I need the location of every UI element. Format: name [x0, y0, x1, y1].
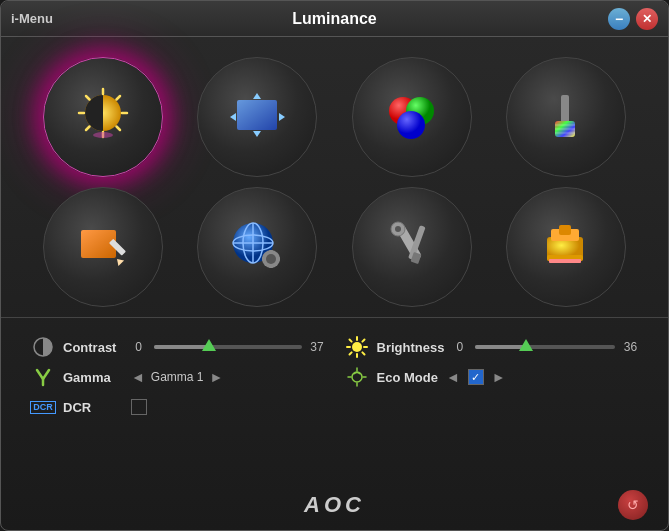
- svg-line-7: [116, 96, 120, 100]
- icon-grid: [1, 37, 668, 317]
- svg-rect-33: [269, 250, 273, 254]
- factory-reset-icon: [379, 215, 444, 280]
- eco-mode-checkbox[interactable]: ✓: [468, 369, 484, 385]
- image-setup-icon: [225, 85, 290, 150]
- svg-line-5: [86, 96, 90, 100]
- gamma-icon: [31, 365, 55, 389]
- gamma-value: Gamma 1: [151, 370, 204, 384]
- icon-exit[interactable]: [506, 187, 626, 307]
- eco-icon: [345, 365, 369, 389]
- contrast-min: 0: [131, 340, 146, 354]
- dcr-checkbox[interactable]: [131, 399, 147, 415]
- extra-icon: [225, 215, 290, 280]
- svg-marker-13: [230, 113, 236, 121]
- svg-line-8: [86, 126, 90, 130]
- brightness-icon: [345, 335, 369, 359]
- color-setup-icon: [379, 85, 444, 150]
- gamma-label: Gamma: [63, 370, 123, 385]
- dcr-label: DCR: [63, 400, 123, 415]
- brightness-min: 0: [452, 340, 467, 354]
- svg-marker-25: [114, 256, 124, 266]
- dcr-icon: DCR: [31, 395, 55, 419]
- contrast-icon: [31, 335, 55, 359]
- picture-boost-icon: [533, 85, 598, 150]
- svg-marker-11: [253, 93, 261, 99]
- dcr-row: DCR DCR: [31, 392, 325, 422]
- luminance-icon: [71, 85, 136, 150]
- svg-point-48: [352, 342, 362, 352]
- app-name: i-Menu: [11, 11, 53, 26]
- svg-point-39: [395, 226, 401, 232]
- svg-rect-34: [269, 264, 273, 268]
- controls-panel: Contrast 0 37 Gamma: [1, 317, 668, 432]
- controls-right: Brightness 0 36: [345, 332, 639, 422]
- minimize-button[interactable]: −: [608, 8, 630, 30]
- svg-line-55: [362, 340, 364, 342]
- brightness-slider[interactable]: [475, 345, 615, 349]
- svg-marker-12: [253, 131, 261, 137]
- svg-rect-10: [237, 100, 277, 130]
- refresh-button[interactable]: ↺: [618, 490, 648, 520]
- contrast-slider[interactable]: [154, 345, 302, 349]
- icon-extra[interactable]: [197, 187, 317, 307]
- svg-line-53: [349, 340, 351, 342]
- svg-line-56: [349, 352, 351, 354]
- svg-point-32: [266, 254, 276, 264]
- window-title: Luminance: [292, 10, 376, 28]
- icon-color-setup[interactable]: [352, 57, 472, 177]
- icon-image-setup[interactable]: [197, 57, 317, 177]
- brightness-row: Brightness 0 36: [345, 332, 639, 362]
- window-controls: − ✕: [608, 8, 658, 30]
- svg-rect-44: [559, 225, 571, 235]
- svg-line-54: [362, 352, 364, 354]
- main-window: i-Menu Luminance − ✕: [0, 0, 669, 531]
- eco-next-button[interactable]: ►: [492, 369, 506, 385]
- contrast-row: Contrast 0 37: [31, 332, 325, 362]
- svg-rect-18: [561, 95, 569, 123]
- brightness-label: Brightness: [377, 340, 445, 355]
- contrast-value: 37: [310, 340, 325, 354]
- icon-factory-reset[interactable]: [352, 187, 472, 307]
- gamma-control: ◄ Gamma 1 ►: [131, 369, 223, 385]
- eco-mode-row: Eco Mode ◄ ✓ ►: [345, 362, 639, 392]
- eco-mode-label: Eco Mode: [377, 370, 438, 385]
- controls-left: Contrast 0 37 Gamma: [31, 332, 325, 422]
- svg-point-9: [93, 132, 113, 138]
- gamma-prev-button[interactable]: ◄: [131, 369, 145, 385]
- exit-icon: [533, 215, 598, 280]
- gamma-next-button[interactable]: ►: [210, 369, 224, 385]
- svg-marker-14: [279, 113, 285, 121]
- svg-line-6: [116, 126, 120, 130]
- close-button[interactable]: ✕: [636, 8, 658, 30]
- contrast-label: Contrast: [63, 340, 123, 355]
- icon-picture-boost[interactable]: [506, 57, 626, 177]
- dcr-badge: DCR: [30, 401, 56, 414]
- icon-osd-setup[interactable]: [43, 187, 163, 307]
- svg-rect-35: [262, 257, 266, 261]
- aoc-logo: AOC: [304, 492, 365, 518]
- footer: AOC ↺: [1, 484, 668, 530]
- svg-rect-46: [549, 259, 581, 263]
- brightness-value: 36: [623, 340, 638, 354]
- svg-rect-36: [276, 257, 280, 261]
- eco-prev-button[interactable]: ◄: [446, 369, 460, 385]
- titlebar: i-Menu Luminance − ✕: [1, 1, 668, 37]
- gamma-row: Gamma ◄ Gamma 1 ►: [31, 362, 325, 392]
- svg-point-17: [397, 111, 425, 139]
- icon-luminance[interactable]: [43, 57, 163, 177]
- osd-setup-icon: [71, 215, 136, 280]
